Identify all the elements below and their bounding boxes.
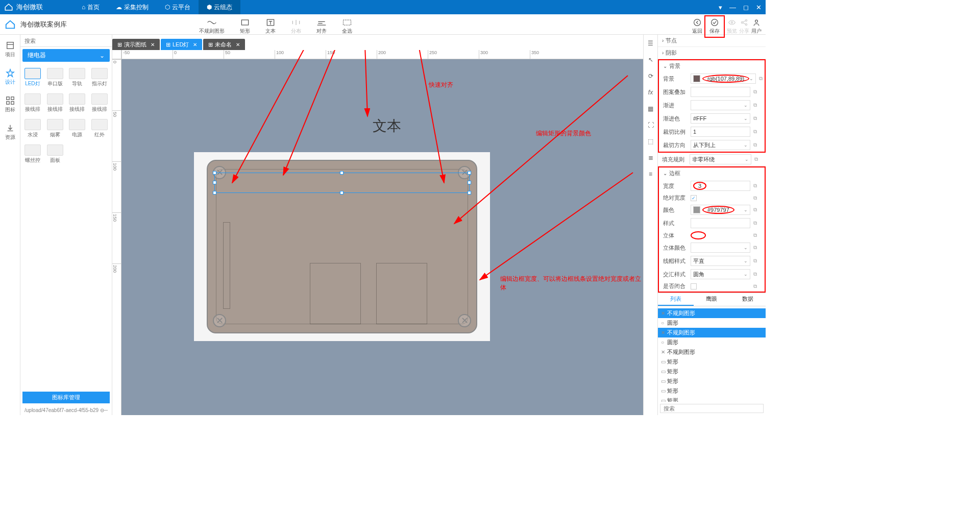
link-icon[interactable]: ⧉ — [753, 232, 761, 238]
section-border-header[interactable]: 边框 — [659, 167, 765, 179]
layer-search[interactable] — [660, 404, 764, 413]
link-icon[interactable]: ⧉ — [753, 142, 761, 148]
rt-layers-icon[interactable]: ☰ — [646, 39, 655, 48]
prop-linejoin[interactable]: 圆角 — [691, 269, 750, 279]
minimize-button[interactable]: — — [729, 4, 736, 11]
library-item[interactable]: 导轨 — [67, 66, 88, 89]
link-icon[interactable]: ⧉ — [754, 156, 762, 162]
slot-rect[interactable] — [310, 263, 361, 324]
layer-item[interactable]: 矩形 — [658, 376, 766, 386]
prop-fillrule[interactable]: 非零环绕 — [690, 154, 751, 164]
link-icon[interactable]: ⧉ — [753, 195, 761, 201]
rt-refresh-icon[interactable]: ⟳ — [646, 71, 655, 81]
library-search-input[interactable] — [20, 35, 112, 46]
tool-selectall[interactable]: 全选 — [342, 15, 352, 35]
link-icon[interactable]: ⧉ — [753, 207, 761, 213]
library-item[interactable]: 接线排 — [89, 91, 110, 115]
prop-closed-check[interactable] — [691, 283, 697, 289]
section-shadow[interactable]: 阴影 — [658, 47, 766, 59]
action-preview[interactable]: 预览 — [727, 15, 737, 38]
layer-item[interactable]: 矩形 — [658, 367, 766, 376]
library-item[interactable]: 水浸 — [22, 117, 43, 140]
library-item[interactable]: 串口版 — [45, 66, 65, 89]
canvas-text-element[interactable]: 文本 — [373, 116, 401, 136]
nav-home[interactable]: ⌂首页 — [74, 0, 108, 14]
tab-list[interactable]: 列表 — [658, 293, 694, 306]
leftnav-assets[interactable]: 资源 — [5, 124, 15, 141]
rt-list-icon[interactable]: ≣ — [646, 153, 655, 162]
action-user[interactable]: 用户 — [751, 15, 762, 38]
library-item[interactable]: 指示灯 — [89, 66, 110, 89]
selection-rect[interactable] — [214, 173, 470, 193]
layer-item[interactable]: 矩形 — [658, 357, 766, 367]
rt-pointer-icon[interactable]: ↖ — [646, 55, 655, 64]
link-icon[interactable]: ⧉ — [753, 115, 761, 122]
link-icon[interactable]: ⧉ — [753, 102, 761, 108]
prop-crop-dir[interactable]: 从下到上 — [691, 140, 750, 150]
library-item[interactable]: 面板 — [45, 142, 65, 166]
tool-align[interactable]: 对齐 — [316, 15, 327, 35]
leftnav-design[interactable]: 设计 — [5, 68, 15, 86]
library-search[interactable] — [20, 35, 112, 47]
prop-bg-color[interactable]: rgb(107,89,89) — [691, 74, 756, 84]
prop-linecap[interactable]: 平直 — [691, 256, 750, 266]
maximize-button[interactable]: ◻ — [743, 4, 749, 11]
tool-irregular[interactable]: 不规则图形 — [199, 15, 225, 35]
prop-pattern[interactable] — [691, 87, 750, 97]
layer-item[interactable]: 矩形 — [658, 396, 766, 402]
nav-hmi[interactable]: ⬢云组态 — [199, 0, 240, 14]
close-button[interactable]: ✕ — [756, 4, 762, 11]
layer-item[interactable]: 不规则图形 — [658, 328, 766, 337]
layer-item[interactable]: 矩形 — [658, 386, 766, 396]
prop-abs-width-check[interactable]: ✓ — [691, 195, 697, 201]
leftnav-project[interactable]: 项目 — [5, 41, 15, 58]
prop-gradient[interactable] — [691, 100, 750, 110]
layer-item[interactable]: 圆形 — [658, 337, 766, 347]
action-back[interactable]: 返回 — [692, 15, 702, 38]
library-item[interactable]: 接线排 — [67, 91, 88, 115]
layer-item[interactable]: 不规则图形 — [658, 308, 766, 318]
action-share[interactable]: 分享 — [739, 15, 749, 38]
library-item[interactable]: LED灯 — [22, 66, 43, 89]
tool-text[interactable]: 文本 — [265, 15, 276, 35]
library-item[interactable]: 电源 — [67, 117, 88, 140]
prop-border-color[interactable]: #979797 — [691, 205, 750, 215]
library-category[interactable]: 继电器⌄ — [22, 49, 110, 62]
link-icon[interactable]: ⧉ — [753, 220, 761, 226]
rt-fullscreen-icon[interactable]: ⛶ — [646, 120, 655, 130]
nav-collect[interactable]: ☁采集控制 — [108, 0, 157, 14]
slot-rect[interactable] — [223, 222, 230, 309]
section-background-header[interactable]: 背景 — [659, 60, 765, 72]
link-icon[interactable]: ⧉ — [753, 89, 761, 95]
library-item[interactable]: 螺丝控 — [22, 142, 43, 166]
library-item[interactable]: 红外 — [89, 117, 110, 140]
action-save[interactable]: 保存 — [704, 15, 725, 38]
file-tab[interactable]: ⊞演示图纸✕ — [112, 39, 160, 50]
rt-fx-icon[interactable]: fx — [646, 88, 655, 97]
library-item[interactable]: 接线排 — [22, 91, 43, 115]
library-item[interactable]: 接线排 — [45, 91, 65, 115]
link-icon[interactable]: ⧉ — [759, 76, 763, 82]
tab-data[interactable]: 数据 — [730, 293, 766, 306]
canvas[interactable]: -50050100150200250300350 050100150200 文本… — [112, 50, 643, 415]
rt-align-icon[interactable]: ≡ — [646, 170, 655, 179]
prop-gradient-color[interactable]: #FFF — [691, 113, 750, 124]
prop-border-style[interactable] — [691, 218, 750, 228]
link-icon[interactable]: ⧉ — [753, 283, 761, 289]
screw-icon[interactable]: ✕ — [213, 314, 226, 327]
prop-border-width[interactable]: 3 — [691, 181, 750, 191]
file-tab[interactable]: ⊞未命名✕ — [203, 39, 245, 50]
prop-solid-color[interactable] — [691, 243, 750, 253]
dropdown-icon[interactable]: ▾ — [719, 4, 722, 11]
leftnav-icons[interactable]: 图标 — [5, 96, 15, 113]
tab-eye[interactable]: 鹰眼 — [694, 293, 729, 306]
link-icon[interactable]: ⧉ — [753, 271, 761, 277]
layer-item[interactable]: 不规则图形 — [658, 347, 766, 357]
layer-item[interactable]: 圆形 — [658, 318, 766, 328]
link-icon[interactable]: ⧉ — [753, 129, 761, 135]
library-manage-button[interactable]: 图标库管理 — [22, 392, 110, 403]
prop-crop-ratio[interactable]: 1 — [691, 127, 750, 137]
link-icon[interactable]: ⧉ — [753, 245, 761, 251]
rt-grid-icon[interactable]: ▦ — [646, 104, 655, 113]
tool-rect[interactable]: 矩形 — [240, 15, 250, 35]
